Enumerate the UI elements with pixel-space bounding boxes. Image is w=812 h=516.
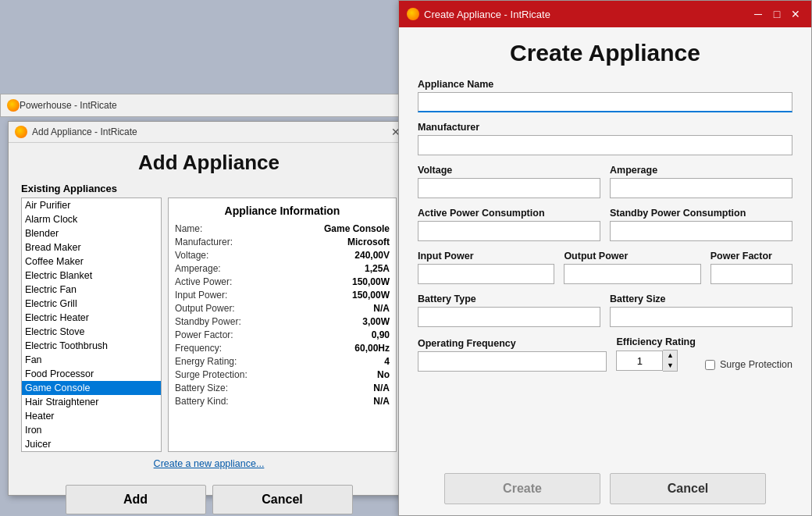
info-rows: Name:Game ConsoleManufacturer:MicrosoftV… [175,223,390,407]
info-row: Voltage:240,00V [175,250,390,261]
efficiency-spinner: ▲ ▼ [616,350,695,372]
input-output-power-row: Input Power Output Power Power Factor [418,251,792,284]
appliances-list-item[interactable]: Air Purifier [22,198,161,212]
appliance-name-input[interactable] [418,92,792,112]
output-power-input[interactable] [564,264,700,284]
amperage-input[interactable] [610,178,792,198]
info-val: 240,00V [354,250,390,261]
info-val: 150,00W [352,276,390,287]
create-new-appliance-link[interactable]: Create a new appliance... [21,458,397,469]
battery-size-label: Battery Size [610,294,792,304]
manufacturer-input[interactable] [418,135,792,155]
standby-power-group: Standby Power Consumption [610,208,792,241]
appliances-list-item[interactable]: Coffee Maker [22,254,161,269]
info-row: Output Power:N/A [175,303,390,314]
info-val: N/A [373,383,390,393]
appliances-list-item[interactable]: Electric Toothbrush [22,339,161,353]
appliances-list-item[interactable]: Electric Blanket [22,269,161,283]
efficiency-spinner-buttons: ▲ ▼ [663,350,678,372]
info-key: Battery Kind: [175,396,229,407]
create-close-button[interactable]: ✕ [788,6,803,22]
battery-size-group: Battery Size [610,294,792,327]
create-window-title: Create Appliance - IntRicate [424,9,550,20]
standby-power-input[interactable] [610,221,792,241]
create-window-icon [407,8,419,20]
efficiency-increment-button[interactable]: ▲ [663,351,677,361]
operating-frequency-label: Operating Frequency [418,338,607,349]
info-row: Power Factor:0,90 [175,329,390,340]
appliances-body: Air PurifierAlarm ClockBlenderBread Make… [21,198,397,452]
appliances-list-item[interactable]: Fan [22,353,161,367]
add-window-titlebar: Add Appliance - IntRicate ✕ [9,122,409,143]
appliances-list-item[interactable]: Game Console [22,381,161,395]
appliances-list-item[interactable]: Hair Straightener [22,395,161,409]
existing-appliances-label: Existing Appliances [21,183,397,194]
info-val: Game Console [324,223,390,234]
add-button[interactable]: Add [66,485,206,514]
appliances-list-item[interactable]: Electric Grill [22,297,161,311]
appliances-list-item[interactable]: Electric Fan [22,283,161,297]
voltage-input[interactable] [418,178,600,198]
power-factor-label: Power Factor [710,251,792,262]
info-row: Surge Protection:No [175,369,390,380]
voltage-label: Voltage [418,165,600,176]
battery-type-input[interactable] [418,307,600,327]
appliances-list-item[interactable]: Juicer [22,437,161,451]
add-window-body: Add Appliance Existing Appliances Air Pu… [9,143,409,479]
info-val: 3,00W [362,316,390,327]
background-window: Powerhouse - IntRicate [0,94,406,117]
active-power-group: Active Power Consumption [418,208,600,241]
appliances-list-item[interactable]: Iron [22,423,161,437]
efficiency-decrement-button[interactable]: ▼ [663,361,677,371]
create-minimize-button[interactable]: ─ [750,6,766,22]
input-power-input[interactable] [418,264,554,284]
info-val: 60,00Hz [354,343,390,354]
amperage-label: Amperage [610,165,792,176]
battery-size-input[interactable] [610,307,792,327]
appliances-list[interactable]: Air PurifierAlarm ClockBlenderBread Make… [21,198,162,452]
info-val: 0,90 [372,329,390,340]
add-window-heading: Add Appliance [21,151,397,175]
appliances-list-item[interactable]: Food Processor [22,367,161,381]
power-factor-input[interactable] [710,264,792,284]
appliances-list-item[interactable]: Alarm Clock [22,212,161,226]
info-val: No [377,369,390,380]
add-appliance-window: Add Appliance - IntRicate ✕ Add Applianc… [8,121,410,496]
input-power-label: Input Power [418,251,554,262]
surge-protection-checkbox[interactable] [705,360,715,370]
bg-window-title: Powerhouse - IntRicate [20,100,117,111]
appliance-name-label: Appliance Name [418,79,792,90]
appliances-list-item[interactable]: Electric Heater [22,311,161,325]
info-key: Surge Protection: [175,369,248,380]
appliances-list-item[interactable]: Heater [22,409,161,423]
info-val: 150,00W [352,290,390,301]
appliances-list-item[interactable]: Electric Stove [22,325,161,339]
appliance-info-panel: Appliance Information Name:Game ConsoleM… [168,198,397,452]
surge-protection-group: Surge Protection [705,359,792,372]
cancel-create-button[interactable]: Cancel [610,473,766,504]
voltage-amperage-row: Voltage Amperage [418,165,792,198]
standby-power-label: Standby Power Consumption [610,208,792,219]
power-factor-group: Power Factor [710,251,792,284]
info-key: Energy Rating: [175,356,237,367]
info-row: Battery Size:N/A [175,383,390,393]
output-power-label: Output Power [564,251,700,262]
create-appliance-window: Create Appliance - IntRicate ─ □ ✕ Creat… [398,0,812,516]
create-maximize-button[interactable]: □ [769,6,785,22]
battery-type-group: Battery Type [418,294,600,327]
voltage-group: Voltage [418,165,600,198]
appliances-list-item[interactable]: Bread Maker [22,240,161,254]
info-key: Power Factor: [175,329,233,340]
info-key: Battery Size: [175,383,228,393]
battery-row: Battery Type Battery Size [418,294,792,327]
operating-frequency-input[interactable] [418,351,607,372]
add-window-icon [15,126,27,138]
surge-protection-label: Surge Protection [720,359,792,370]
efficiency-rating-input[interactable] [616,351,663,371]
cancel-add-button[interactable]: Cancel [212,485,353,514]
create-window-body: Create Appliance Appliance Name Manufact… [399,27,811,465]
create-titlebar-controls: ─ □ ✕ [750,6,803,22]
active-power-input[interactable] [418,221,600,241]
appliances-list-item[interactable]: Blender [22,226,161,240]
info-val: N/A [373,303,390,314]
